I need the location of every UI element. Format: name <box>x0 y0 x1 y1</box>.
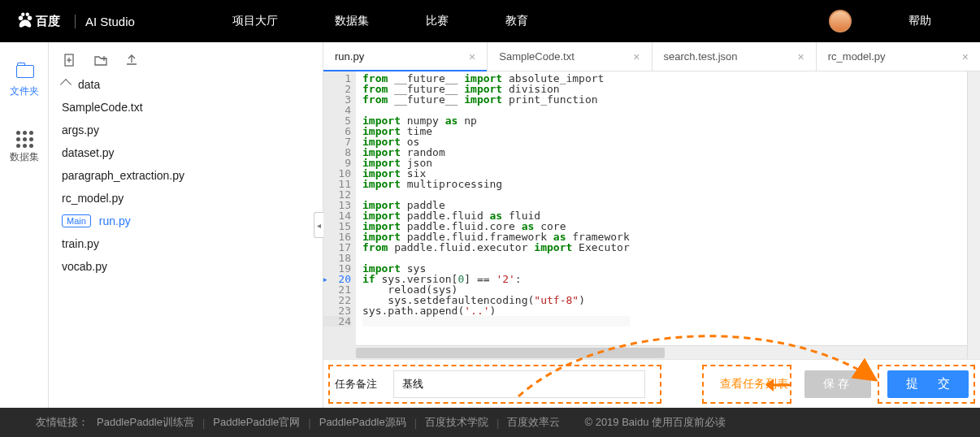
svg-point-2 <box>21 13 24 16</box>
collapse-handle-icon[interactable]: ◂ <box>314 212 323 238</box>
file-item[interactable]: args.py <box>60 123 297 136</box>
new-folder-icon[interactable] <box>94 54 107 67</box>
rail-dataset-label: 数据集 <box>10 150 39 164</box>
tab-search-json[interactable]: search.test.json× <box>653 42 817 71</box>
svg-point-3 <box>26 13 29 16</box>
submit-button[interactable]: 提 交 <box>887 370 969 398</box>
pane-divider[interactable]: ◂ <box>309 42 323 408</box>
footer: 友情链接： PaddlePaddle训练营| PaddlePaddle官网| P… <box>0 408 980 437</box>
dataset-icon <box>16 131 33 145</box>
file-item[interactable]: SampleCode.txt <box>60 101 297 114</box>
nav-education[interactable]: 教育 <box>505 14 528 28</box>
file-item[interactable]: paragraph_extraction.py <box>60 169 297 182</box>
rail-dataset[interactable]: 数据集 <box>10 131 39 164</box>
left-rail: 文件夹 数据集 <box>0 42 49 408</box>
ai-studio-label: AI Studio <box>75 15 135 28</box>
v-scrollbar[interactable] <box>967 71 980 359</box>
view-tasks-link[interactable]: 查看任务列表 <box>720 377 788 392</box>
folder-icon <box>16 65 34 78</box>
main-file-label: run.py <box>99 214 131 227</box>
remark-label: 任务备注 <box>335 377 377 392</box>
paw-icon <box>16 12 34 30</box>
scrollbar-thumb[interactable] <box>356 348 665 358</box>
folder-data[interactable]: data <box>60 78 297 91</box>
upload-icon[interactable] <box>125 54 138 67</box>
top-nav: 百度 AI Studio 项目大厅 数据集 比赛 教育 帮助 <box>0 0 980 42</box>
close-icon[interactable]: × <box>962 50 969 63</box>
h-scrollbar[interactable] <box>356 345 967 359</box>
avatar[interactable] <box>829 10 852 32</box>
editor-tabs: run.py× SampleCode.txt× search.test.json… <box>323 42 980 71</box>
rail-files-label: 文件夹 <box>10 84 39 98</box>
folder-label: data <box>78 78 100 91</box>
tab-run-py[interactable]: run.py× <box>323 42 488 71</box>
footer-link[interactable]: PaddlePaddle训练营 <box>97 415 194 430</box>
close-icon[interactable]: × <box>469 50 475 63</box>
code-area[interactable]: 123456789101112131415161718192021222324 … <box>323 71 980 359</box>
footer-link[interactable]: PaddlePaddle源码 <box>319 415 406 430</box>
new-file-icon[interactable] <box>63 54 76 67</box>
nav-help[interactable]: 帮助 <box>908 14 931 28</box>
footer-link[interactable]: 百度技术学院 <box>425 415 488 430</box>
svg-point-1 <box>28 16 33 20</box>
file-item[interactable]: vocab.py <box>60 260 297 273</box>
nav-competition[interactable]: 比赛 <box>426 14 449 28</box>
close-icon[interactable]: × <box>798 50 804 63</box>
explorer-toolbar <box>60 50 297 75</box>
tab-rc-model[interactable]: rc_model.py× <box>817 42 980 71</box>
file-item[interactable]: train.py <box>60 237 297 250</box>
action-bar: 任务备注 查看任务列表 保存 提 交 <box>323 359 980 408</box>
baidu-logo: 百度 <box>16 12 60 30</box>
editor: run.py× SampleCode.txt× search.test.json… <box>323 42 980 408</box>
nav-dataset[interactable]: 数据集 <box>335 14 369 28</box>
file-explorer: data SampleCode.txt args.py dataset.py p… <box>49 42 309 408</box>
close-icon[interactable]: × <box>633 50 640 63</box>
chevron-down-icon <box>60 79 72 90</box>
gutter: 123456789101112131415161718192021222324 <box>323 71 356 359</box>
tab-samplecode[interactable]: SampleCode.txt× <box>488 42 652 71</box>
save-button[interactable]: 保存 <box>804 370 871 398</box>
file-item-main[interactable]: Main run.py <box>60 214 297 227</box>
file-item[interactable]: dataset.py <box>60 146 297 159</box>
logo[interactable]: 百度 AI Studio <box>16 12 135 30</box>
source[interactable]: from __future__ import absolute_importfr… <box>356 71 630 359</box>
file-item[interactable]: rc_model.py <box>60 192 297 205</box>
remark-input[interactable] <box>393 370 645 398</box>
rail-files[interactable]: 文件夹 <box>10 65 39 98</box>
nav-project-hall[interactable]: 项目大厅 <box>232 14 278 28</box>
footer-copyright: © 2019 Baidu 使用百度前必读 <box>584 415 726 430</box>
main-badge: Main <box>62 214 91 227</box>
footer-link[interactable]: PaddlePaddle官网 <box>213 415 300 430</box>
footer-link[interactable]: 百度效率云 <box>507 415 560 430</box>
svg-point-0 <box>19 16 24 20</box>
footer-label: 友情链接： <box>36 415 89 430</box>
